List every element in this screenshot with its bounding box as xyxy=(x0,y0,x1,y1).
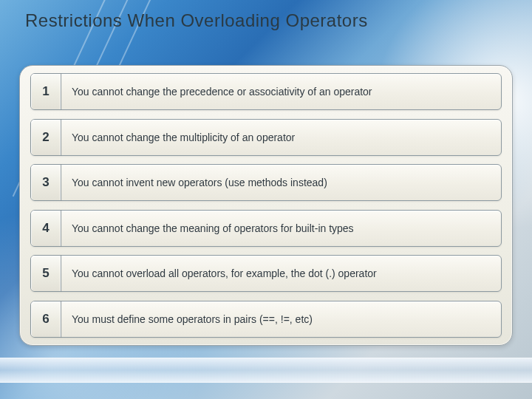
row-number: 1 xyxy=(42,84,49,99)
restriction-row: 6 You must define some operators in pair… xyxy=(30,301,502,338)
slide: Restrictions When Overloading Operators … xyxy=(0,0,532,399)
row-number-cell: 3 xyxy=(31,165,61,200)
row-text: You cannot change the multiplicity of an… xyxy=(61,120,501,155)
row-number: 2 xyxy=(42,130,49,145)
slide-title: Restrictions When Overloading Operators xyxy=(25,10,368,31)
restriction-row: 3 You cannot invent new operators (use m… xyxy=(30,164,502,201)
row-number-cell: 6 xyxy=(31,301,61,337)
row-text: You cannot change the meaning of operato… xyxy=(61,211,501,246)
footer-bar xyxy=(0,358,532,383)
row-number: 3 xyxy=(42,175,49,190)
restriction-row: 5 You cannot overload all operators, for… xyxy=(30,255,502,292)
restriction-row: 4 You cannot change the meaning of opera… xyxy=(30,210,502,247)
row-text: You must define some operators in pairs … xyxy=(61,301,501,337)
row-number-cell: 4 xyxy=(31,211,61,246)
content-panel: 1 You cannot change the precedence or as… xyxy=(19,65,513,346)
row-text: You cannot invent new operators (use met… xyxy=(61,165,501,200)
row-number-cell: 1 xyxy=(31,74,61,109)
row-number: 5 xyxy=(42,266,49,281)
row-number: 4 xyxy=(42,221,49,236)
row-number-cell: 5 xyxy=(31,256,61,291)
row-number-cell: 2 xyxy=(31,120,61,155)
restriction-row: 1 You cannot change the precedence or as… xyxy=(30,73,502,110)
row-number: 6 xyxy=(42,312,49,327)
restriction-row: 2 You cannot change the multiplicity of … xyxy=(30,119,502,156)
row-text: You cannot change the precedence or asso… xyxy=(61,74,501,109)
row-text: You cannot overload all operators, for e… xyxy=(61,256,501,291)
